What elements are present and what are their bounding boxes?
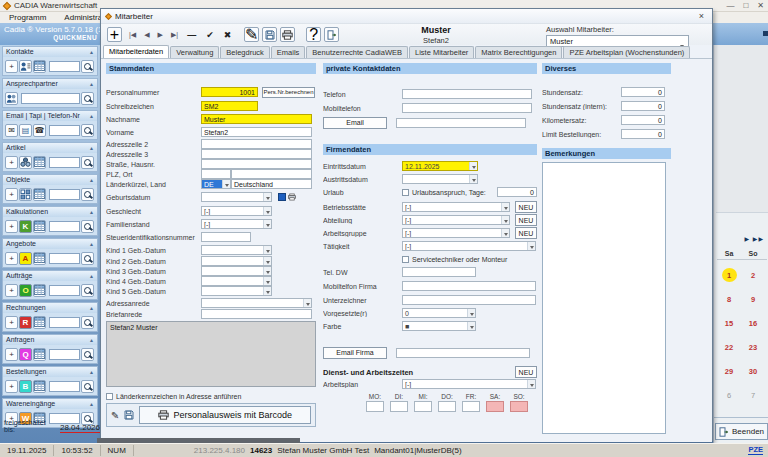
calendar-day-2[interactable]: 2 <box>741 271 765 280</box>
ansprechpartner-search-input[interactable] <box>21 93 80 104</box>
calendar-day-8[interactable]: 8 <box>717 295 741 304</box>
checkbox-icon[interactable] <box>402 189 409 196</box>
tab-belegdruck[interactable]: Belegdruck <box>220 46 270 58</box>
chevron-down-icon[interactable] <box>527 242 535 250</box>
neu-arbeitszeiten-button[interactable]: NEU <box>515 366 537 378</box>
do-input[interactable] <box>438 401 456 412</box>
close-icon[interactable]: × <box>699 11 704 21</box>
minimize-window-icon[interactable]: — <box>726 1 734 11</box>
anfragen-search-button[interactable] <box>81 348 94 361</box>
plus-record-icon[interactable]: + <box>107 27 122 42</box>
mitarbeiter-titlebar[interactable]: Mitarbeiter × <box>101 9 712 24</box>
mo-input[interactable] <box>366 401 384 412</box>
table-icon[interactable] <box>33 60 46 73</box>
aufträge-letter-icon[interactable]: O <box>19 284 32 297</box>
artikel-search-button[interactable] <box>81 156 94 169</box>
plus-icon[interactable]: + <box>5 60 18 73</box>
chevron-down-icon[interactable] <box>263 220 271 228</box>
collapse-icon[interactable]: ▲ <box>89 47 94 57</box>
chevron-down-icon[interactable] <box>263 246 271 254</box>
mi-input[interactable] <box>414 401 432 412</box>
so-input[interactable] <box>510 401 528 412</box>
chevron-down-icon[interactable] <box>303 299 311 307</box>
steueridentifikationsnummer-input[interactable] <box>201 232 251 242</box>
objekte-search-button[interactable] <box>81 188 94 201</box>
tab-mitarbeiterdaten[interactable]: Mitarbeiterdaten <box>103 45 169 58</box>
collapse-icon[interactable]: ▲ <box>89 79 94 89</box>
sidebar-header-bestellungen[interactable]: Bestellungen▲ <box>3 367 97 377</box>
last-record-icon[interactable]: ▶| <box>171 31 178 39</box>
first-record-icon[interactable]: |◀ <box>129 31 136 39</box>
checkbox-icon[interactable] <box>106 393 113 400</box>
plus-icon[interactable]: + <box>5 380 18 393</box>
betriebsstätte-select[interactable]: [-] <box>402 202 510 212</box>
chevron-down-icon[interactable] <box>469 175 477 183</box>
neu-button[interactable]: NEU <box>515 201 537 213</box>
objects-icon[interactable] <box>19 188 32 201</box>
chevron-down-icon[interactable] <box>263 193 271 201</box>
collapse-icon[interactable]: ▲ <box>89 271 94 281</box>
sidebar-header-kontakte[interactable]: Kontakte▲ <box>3 47 97 57</box>
urlaubsanspruch-tage-checkbox[interactable]: Urlaubsanspruch, Tage: <box>402 189 486 196</box>
table-icon[interactable] <box>33 156 46 169</box>
table-icon[interactable] <box>33 252 46 265</box>
collapse-icon[interactable]: ▲ <box>89 367 94 377</box>
collapse-icon[interactable]: ▲ <box>89 399 94 409</box>
people-icon[interactable] <box>5 92 18 105</box>
sidebar-header-ansprechpartner[interactable]: Ansprechpartner▲ <box>3 79 97 89</box>
chevron-down-icon[interactable] <box>501 229 509 237</box>
sidebar-header-rechnungen[interactable]: Rechnungen▲ <box>3 303 97 313</box>
kind-2-geb-datum-select[interactable] <box>201 256 272 266</box>
tätigkeit-select[interactable]: [-] <box>402 241 536 251</box>
sidebar-header-artikel[interactable]: Artikel▲ <box>3 143 97 153</box>
chevron-down-icon[interactable] <box>501 216 509 224</box>
plus-icon[interactable]: + <box>5 220 18 233</box>
sidebar-header-objekte[interactable]: Objekte▲ <box>3 175 97 185</box>
calendar-day-6[interactable]: 6 <box>717 391 741 400</box>
geburtsdatum-select[interactable] <box>201 192 272 202</box>
calendar-day-23[interactable]: 23 <box>741 343 765 352</box>
collapse-icon[interactable]: ▲ <box>89 303 94 313</box>
tab-matrix-berechtigungen[interactable]: Matrix Berechtigungen <box>475 46 562 58</box>
table-icon[interactable] <box>33 188 46 201</box>
plz-ort-input[interactable] <box>231 169 312 179</box>
pze-link[interactable]: PZE <box>748 445 763 455</box>
edit-icon[interactable]: ✎ <box>111 410 119 421</box>
artikel-search-input[interactable] <box>49 157 80 168</box>
mini-print-icon[interactable] <box>288 193 296 201</box>
neu-button[interactable]: NEU <box>515 227 537 239</box>
prev-record-icon[interactable]: ◀ <box>144 31 149 39</box>
geschlecht-select[interactable]: [-] <box>201 206 272 216</box>
schreibzeichen-input[interactable]: SM2 <box>201 101 258 111</box>
unterzeichner-input[interactable] <box>402 295 536 305</box>
austrittsdatum-select[interactable] <box>402 174 478 184</box>
table-icon[interactable] <box>33 284 46 297</box>
urlaub-input[interactable]: 0 <box>497 187 537 197</box>
card-icon[interactable]: ▤ <box>19 124 32 137</box>
collapse-icon[interactable]: ▲ <box>89 111 94 121</box>
save-icon[interactable] <box>124 410 134 420</box>
maximize-window-icon[interactable]: □ <box>743 1 748 11</box>
fr-input[interactable] <box>462 401 480 412</box>
limit-bestellungen-input[interactable]: 0 <box>621 129 665 139</box>
email-tapi-telefon-nr-search-input[interactable] <box>49 125 80 136</box>
calendar-day-15[interactable]: 15 <box>717 319 741 328</box>
aufträge-search-button[interactable] <box>81 284 94 297</box>
next-record-icon[interactable]: ▶ <box>158 31 163 39</box>
mobiltelefon-input[interactable] <box>402 103 532 113</box>
tab-pze-arbeitsplan-wochenstunden[interactable]: PZE Arbeitsplan (Wochenstunden) <box>563 46 690 58</box>
field-input[interactable] <box>396 348 530 358</box>
di-input[interactable] <box>390 401 408 412</box>
tab-benutzerrechte-cadiaweb[interactable]: Benutzerrechte CadiaWEB <box>306 46 408 58</box>
sidebar-header-anfragen[interactable]: Anfragen▲ <box>3 335 97 345</box>
plus-icon[interactable]: + <box>5 252 18 265</box>
calendar-next-icons[interactable]: ▶ ▶▶ <box>744 235 764 242</box>
beenden-button[interactable]: Beenden <box>715 423 768 440</box>
angebote-letter-icon[interactable]: A <box>19 252 32 265</box>
bestellungen-search-input[interactable] <box>49 381 80 392</box>
tab-verwaltung[interactable]: Verwaltung <box>170 46 219 58</box>
plus-icon[interactable]: + <box>5 156 18 169</box>
rechnungen-letter-icon[interactable]: R <box>19 316 32 329</box>
kind-1-geb-datum-select[interactable] <box>201 245 272 255</box>
calendar-day-29[interactable]: 29 <box>717 367 741 376</box>
